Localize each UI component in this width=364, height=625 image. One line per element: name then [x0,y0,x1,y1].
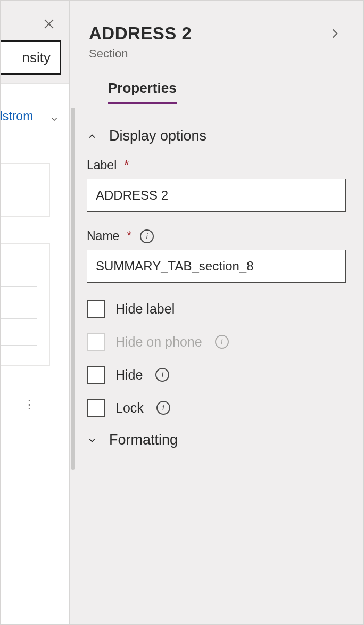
more-vertical-icon[interactable]: ⋮ [23,398,36,412]
lock-checkbox[interactable] [87,399,105,417]
card-placeholder [0,243,50,366]
required-asterisk: * [124,158,129,172]
panel-subtitle: Section [89,47,346,61]
hide-on-phone-row: Hide on phone i [87,333,346,351]
info-icon[interactable]: i [156,401,170,415]
lock-row: Lock i [87,399,346,417]
label-field-caption-text: Label [87,158,117,172]
partial-link[interactable]: dstrom [0,109,33,124]
group-display-options[interactable]: Display options [87,128,346,144]
chevron-down-icon[interactable] [49,114,59,124]
density-button-fragment[interactable]: nsity [0,40,61,75]
scrollbar-thumb[interactable] [71,108,75,470]
hide-row: Hide i [87,366,346,384]
label-input[interactable] [87,179,346,212]
panel-title: ADDRESS 2 [89,23,346,44]
expand-chevron-icon[interactable] [328,27,342,43]
left-header-area: nsity [1,1,69,84]
group-formatting[interactable]: Formatting [87,432,346,448]
hide-label-text: Hide label [115,301,175,317]
tab-row: Properties [89,80,346,104]
info-icon[interactable]: i [155,368,169,382]
hide-text: Hide [115,367,143,383]
required-asterisk: * [127,229,131,243]
info-icon[interactable]: i [215,335,229,349]
properties-panel: ADDRESS 2 Section Properties Display opt… [69,1,363,624]
lock-text: Lock [115,400,144,416]
left-content-area: dstrom ⋮ [1,84,69,624]
group-display-options-label: Display options [109,128,206,144]
chevron-up-icon [87,131,97,142]
hide-checkbox[interactable] [87,366,105,384]
info-icon[interactable]: i [140,229,154,243]
scrollbar[interactable] [70,108,76,624]
panel-body: Display options Label* Name* i Hide labe… [70,112,363,448]
panel-header: ADDRESS 2 Section Properties [70,1,363,112]
hide-label-checkbox[interactable] [87,300,105,318]
left-partial-column: nsity dstrom ⋮ [1,1,69,624]
hide-on-phone-text: Hide on phone [115,334,202,350]
name-field-caption: Name* i [87,229,346,243]
chevron-down-icon [87,435,97,446]
name-field-caption-text: Name [87,229,119,243]
hide-on-phone-checkbox [87,333,105,351]
card-placeholder [0,163,50,217]
density-button-label: nsity [22,50,51,66]
name-input[interactable] [87,250,346,283]
tab-properties[interactable]: Properties [108,80,177,104]
group-formatting-label: Formatting [109,432,178,448]
close-icon[interactable] [43,18,55,30]
label-field-caption: Label* [87,158,346,172]
hide-label-row: Hide label [87,300,346,318]
